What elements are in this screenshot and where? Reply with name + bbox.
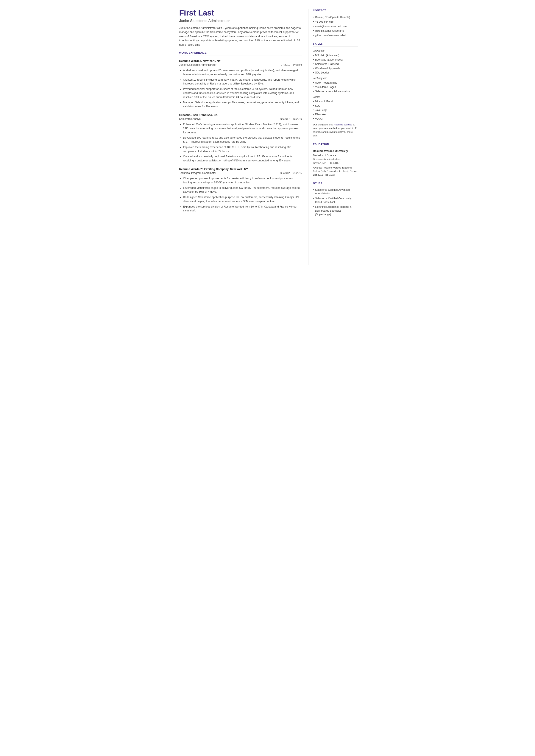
promo-part1: Don't forget to use [313, 123, 334, 126]
job-dates-2: 05/2017 – 10/2019 [280, 117, 302, 121]
skill-item: Salesforce Trailhead [313, 62, 358, 66]
work-experience-section: WORK EXPERIENCE Resume Worded, New York,… [179, 51, 302, 213]
bullet-item: Provided technical support for 4K users … [183, 87, 302, 99]
skill-item: Salesforce.com Administration [313, 90, 358, 93]
job-block-1: Resume Worded, New York, NY Junior Sales… [179, 59, 302, 109]
other-item: Salesforce Certified Community Cloud Con… [313, 197, 358, 204]
contact-heading: CONTACT [313, 9, 358, 13]
education-heading: EDUCATION [313, 142, 358, 147]
technical-label: Technical: [313, 49, 358, 53]
company-3: Resume Worded's Exciting Company, New Yo… [179, 167, 302, 171]
company-2: Growthsi, San Francisco, CA [179, 113, 302, 117]
company-1: Resume Worded, New York, NY [179, 59, 302, 63]
skill-item: SQL [313, 104, 358, 108]
job-bullets-1: Added, removed and updated 2K user roles… [179, 68, 302, 109]
contact-list: Denver, CO (Open to Remote) +1-908-564-5… [313, 15, 358, 37]
job-dates-1: 07/2019 – Present [281, 63, 302, 67]
bullet-item: Added, removed and updated 2K user roles… [183, 68, 302, 76]
skill-item: SQL Loader [313, 71, 358, 74]
other-heading: OTHER [313, 182, 358, 186]
technical-skills-list: MS Visio (Advanced) Bootstrap (Experienc… [313, 53, 358, 74]
job-title-line-2: Salesforce Analyst 05/2017 – 10/2019 [179, 117, 302, 121]
other-section: OTHER Salesforce Certified Advanced Admi… [313, 182, 358, 216]
resume-page: First Last Junior Salesforce Administrat… [171, 0, 365, 274]
skills-heading: SKILLS [313, 42, 358, 46]
skill-item: Microsoft Excel [313, 99, 358, 103]
name-block: First Last Junior Salesforce Administrat… [179, 9, 302, 47]
promo-link[interactable]: Resume Worded [334, 123, 352, 126]
contact-section: CONTACT Denver, CO (Open to Remote) +1-9… [313, 9, 358, 37]
edu-awards: Awards: Resume Worded Teaching Fellow (o… [313, 166, 358, 177]
edu-location-date: Boston, MA — 05/2017 [313, 161, 358, 165]
skill-item: Apex Programming [313, 81, 358, 85]
job-title-line-1: Junior Salesforce Administrator 07/2019 … [179, 63, 302, 67]
contact-phone: +1-908-564-555 [313, 20, 358, 24]
edu-field: Business Administration [313, 157, 358, 161]
left-column: First Last Junior Salesforce Administrat… [171, 9, 309, 265]
skill-item: Workflow & Approvals [313, 66, 358, 70]
job-role-1: Junior Salesforce Administrator [179, 63, 216, 67]
skill-item: JavaScript [313, 108, 358, 112]
skills-section: SKILLS Technical: MS Visio (Advanced) Bo… [313, 42, 358, 137]
right-column: CONTACT Denver, CO (Open to Remote) +1-9… [309, 9, 365, 265]
other-item: Salesforce Certified Advanced Administra… [313, 188, 358, 196]
summary-text: Junior Salesforce Administrator with 9 y… [179, 26, 302, 47]
bullet-item: Championed process improvements for grea… [183, 177, 302, 185]
bullet-item: Created and successfully deployed Salesf… [183, 154, 302, 163]
job-block-2: Growthsi, San Francisco, CA Salesforce A… [179, 113, 302, 163]
job-dates-3: 08/2012 – 01/2015 [280, 171, 302, 175]
bullet-item: Expanded the services division of Resume… [183, 205, 302, 213]
edu-degree: Bachelor of Science [313, 154, 358, 157]
bullet-item: Enhanced RW's learning administration ap… [183, 123, 302, 134]
other-item: Lightning Experience Reports & Dashboard… [313, 205, 358, 216]
contact-email: email@resumeworded.com [313, 24, 358, 28]
bullet-item: Managed Salesforce application user prof… [183, 100, 302, 109]
job-title-line-3: Technical Program Coordinator 08/2012 – … [179, 171, 302, 175]
education-section: EDUCATION Resume Worded University Bache… [313, 142, 358, 177]
edu-school: Resume Worded University [313, 149, 358, 153]
techniques-label: Techniques: [313, 76, 358, 80]
contact-linkedin: linkedin.com/in/username [313, 29, 358, 33]
bullet-item: Developed 500 learning tests and also au… [183, 136, 302, 144]
promo-text: Don't forget to use Resume Worded to sca… [313, 123, 358, 138]
job-title: Junior Salesforce Administrator [179, 18, 302, 24]
bullet-item: Created 10 reports including summary, ma… [183, 78, 302, 86]
contact-github: github.com/resumeworded [313, 33, 358, 37]
work-experience-heading: WORK EXPERIENCE [179, 51, 302, 56]
full-name: First Last [179, 9, 302, 17]
bullet-item: Redesigned Salesforce application purpos… [183, 195, 302, 204]
skill-item: Visualforce Pages [313, 85, 358, 89]
job-block-3: Resume Worded's Exciting Company, New Yo… [179, 167, 302, 213]
bullet-item: Improved the learning experience of 10K … [183, 145, 302, 154]
tools-label: Tools: [313, 95, 358, 99]
tools-skills-list: Microsoft Excel SQL JavaScript Filemaker… [313, 99, 358, 121]
job-role-2: Salesforce Analyst [179, 117, 202, 121]
contact-location: Denver, CO (Open to Remote) [313, 15, 358, 19]
job-bullets-2: Enhanced RW's learning administration ap… [179, 123, 302, 163]
other-list: Salesforce Certified Advanced Administra… [313, 188, 358, 216]
skill-item: VUI/CTI [313, 117, 358, 121]
skill-item: Filemaker [313, 113, 358, 116]
job-bullets-3: Championed process improvements for grea… [179, 177, 302, 213]
techniques-skills-list: Apex Programming Visualforce Pages Sales… [313, 81, 358, 93]
skill-item: MS Visio (Advanced) [313, 53, 358, 57]
job-role-3: Technical Program Coordinator [179, 171, 216, 175]
bullet-item: Leveraged Visualforce pages to deliver g… [183, 186, 302, 194]
skill-item: Bootstrap (Experienced) [313, 58, 358, 62]
